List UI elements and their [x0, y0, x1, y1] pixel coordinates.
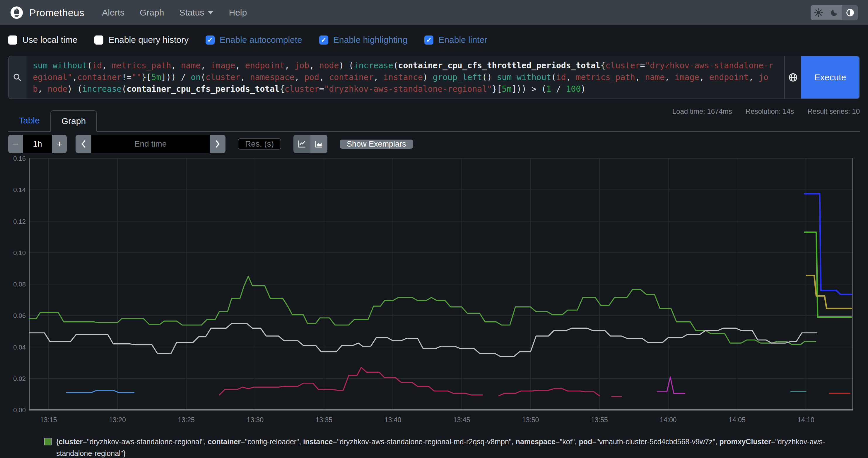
chevron-right-icon: [214, 140, 221, 148]
checkbox-checked[interactable]: ✓: [206, 35, 215, 45]
prometheus-logo-icon: [10, 6, 24, 19]
tab-table[interactable]: Table: [8, 110, 50, 131]
series-line-crimson: [219, 367, 482, 395]
search-icon-cell: [9, 56, 26, 98]
line-chart-icon: [298, 140, 306, 148]
light-theme-button[interactable]: [811, 5, 827, 20]
x-axis-tick-label: 13:40: [384, 416, 402, 424]
x-axis-tick-label: 13:35: [316, 416, 333, 424]
y-axis-tick-label: 0.04: [13, 344, 26, 351]
option-label: Use local time: [22, 35, 77, 45]
nav-item-alerts[interactable]: Alerts: [102, 8, 124, 18]
tab-graph[interactable]: Graph: [50, 110, 97, 132]
x-axis-tick-label: 14:05: [728, 416, 746, 424]
show-exemplars-button[interactable]: Show Exemplars: [340, 140, 413, 149]
chevron-down-icon: [208, 11, 214, 15]
result-series: Result series: 10: [807, 107, 860, 116]
range-input[interactable]: [23, 135, 52, 153]
chevron-left-icon: [80, 140, 87, 148]
auto-theme-button[interactable]: [842, 5, 858, 20]
series-line-olive: [807, 276, 851, 309]
y-axis-tick-label: 0.10: [13, 249, 26, 257]
series-line-magenta: [657, 377, 685, 393]
nav-item-help[interactable]: Help: [229, 8, 247, 18]
sun-icon: [814, 8, 823, 17]
tabs-row: TableGraph Load time: 1674ms Resolution:…: [8, 106, 860, 132]
x-axis-tick-label: 13:25: [178, 416, 195, 424]
series-line-gray: [29, 323, 817, 356]
x-axis-tick-label: 13:45: [453, 416, 470, 424]
checkbox-checked[interactable]: ✓: [319, 35, 328, 45]
y-axis-tick-label: 0.14: [13, 186, 26, 194]
legend-item[interactable]: {cluster="dryzhkov-aws-standalone-region…: [44, 436, 860, 458]
stacked-area-chart-icon: [314, 140, 323, 148]
x-axis-tick-label: 13:30: [247, 416, 264, 424]
option-label: Enable query history: [108, 35, 189, 45]
option-enable-highlighting[interactable]: ✓Enable highlighting: [319, 35, 408, 45]
graph-canvas[interactable]: 0.000.020.040.060.080.100.120.140.1613:1…: [8, 155, 860, 431]
option-label: Enable linter: [438, 35, 487, 45]
panel-tabs: TableGraph: [8, 110, 97, 131]
y-axis-tick-label: 0.16: [13, 155, 26, 162]
metrics-explorer-button[interactable]: [784, 56, 801, 98]
dark-theme-button[interactable]: [827, 5, 842, 20]
query-panel: sum without(id, metrics_path, name, imag…: [8, 56, 860, 99]
x-axis-tick-label: 13:20: [109, 416, 126, 424]
nav-links: AlertsGraphStatusHelp: [102, 8, 811, 18]
resolution: Resolution: 14s: [746, 107, 794, 116]
series-line-blue: [804, 194, 851, 294]
checkbox-unchecked[interactable]: [94, 35, 103, 45]
option-label: Enable highlighting: [333, 35, 408, 45]
y-axis-tick-label: 0.02: [13, 375, 26, 382]
options-bar: Use local timeEnable query history✓Enabl…: [8, 33, 860, 47]
x-axis-tick-label: 14:00: [660, 416, 677, 424]
option-enable-query-history[interactable]: Enable query history: [94, 35, 189, 45]
promql-expression-input[interactable]: sum without(id, metrics_path, name, imag…: [26, 56, 784, 98]
globe-icon: [788, 73, 798, 82]
nav-item-graph[interactable]: Graph: [140, 8, 164, 18]
y-axis-tick-label: 0.12: [13, 218, 26, 225]
x-axis-tick-label: 13:50: [522, 416, 539, 424]
graph-toolbar: − +: [8, 135, 860, 153]
series-line-light-blue: [66, 390, 134, 393]
legend-label: {cluster="dryzhkov-aws-standalone-region…: [56, 436, 860, 458]
y-axis-tick-label: 0.00: [13, 406, 26, 414]
x-axis-tick-label: 14:10: [798, 416, 814, 424]
series-line-bright-green: [804, 232, 851, 317]
range-increase-button[interactable]: +: [52, 135, 67, 153]
end-time-input[interactable]: [91, 135, 210, 153]
search-icon: [12, 73, 22, 82]
option-label: Enable autocomplete: [220, 35, 302, 45]
y-axis-tick-label: 0.08: [13, 281, 26, 288]
time-forward-button[interactable]: [210, 135, 225, 153]
series-legend: {cluster="dryzhkov-aws-standalone-region…: [44, 436, 860, 458]
stacked-chart-mode-button[interactable]: [310, 135, 328, 153]
option-enable-linter[interactable]: ✓Enable linter: [424, 35, 487, 45]
series-line-crimson: [499, 389, 599, 396]
option-enable-autocomplete[interactable]: ✓Enable autocomplete: [206, 35, 302, 45]
app-title: Prometheus: [29, 7, 84, 19]
prometheus-brand[interactable]: Prometheus: [10, 6, 84, 19]
line-chart-mode-button[interactable]: [293, 135, 310, 153]
option-use-local-time[interactable]: Use local time: [8, 35, 77, 45]
checkbox-unchecked[interactable]: [8, 35, 17, 45]
nav-item-status[interactable]: Status: [179, 8, 214, 18]
y-axis-tick-label: 0.06: [13, 312, 26, 319]
range-decrease-button[interactable]: −: [8, 135, 23, 153]
moon-icon: [830, 8, 838, 17]
graph-chart[interactable]: 0.000.020.040.060.080.100.120.140.1613:1…: [8, 155, 860, 432]
resolution-input[interactable]: [238, 138, 281, 149]
navbar: Prometheus AlertsGraphStatusHelp: [0, 0, 868, 25]
x-axis-tick-label: 13:15: [40, 416, 57, 424]
time-back-button[interactable]: [75, 135, 91, 153]
half-circle-icon: [846, 8, 855, 17]
query-stats: Load time: 1674ms Resolution: 14s Result…: [672, 107, 860, 116]
legend-swatch: [44, 438, 52, 446]
theme-toggle-group: [811, 5, 858, 20]
checkbox-checked[interactable]: ✓: [424, 35, 433, 45]
execute-button[interactable]: Execute: [801, 56, 859, 98]
x-axis-tick-label: 13:55: [591, 416, 608, 424]
load-time: Load time: 1674ms: [672, 107, 732, 116]
